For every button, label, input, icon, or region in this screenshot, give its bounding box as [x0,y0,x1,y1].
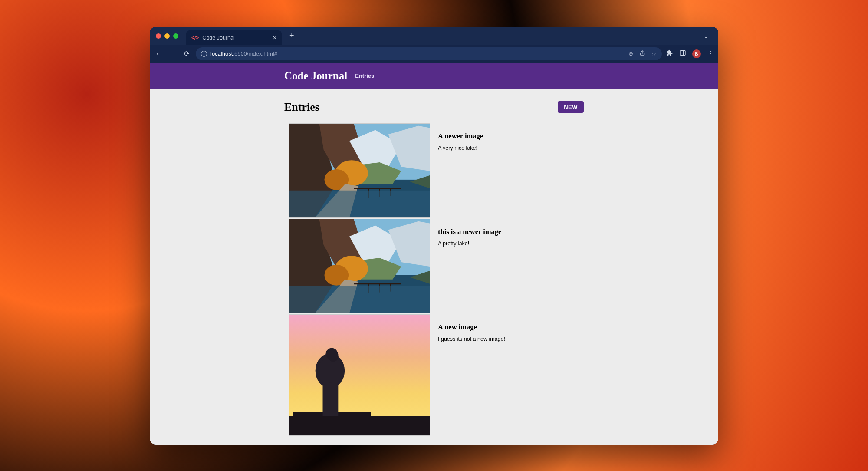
new-tab-button[interactable]: + [285,31,299,40]
entry-thumbnail [289,123,430,218]
tab-title: Code Journal [202,35,234,41]
entry-title: this is a newer image [438,227,501,236]
panel-icon[interactable] [679,49,686,58]
maximize-window-icon[interactable] [173,33,178,39]
address-bar[interactable]: i localhost:5500/index.html# ⊕ ☆ [196,47,662,60]
toolbar-right: B ⋮ [666,49,714,58]
entry-meta: A newer imageA very nice lake! [438,123,483,151]
entry-description: A very nice lake! [438,145,483,151]
close-window-icon[interactable] [156,33,161,39]
url-path: :5500/index.html# [233,50,277,57]
back-button[interactable]: ← [154,50,164,58]
window-controls [156,33,178,39]
new-entry-button[interactable]: NEW [558,101,584,113]
app-header: Code Journal Entries [150,63,718,89]
profile-avatar[interactable]: B [692,49,701,58]
browser-toolbar: ← → ⟳ i localhost:5500/index.html# ⊕ ☆ [150,45,718,63]
tab-favicon: </> [191,35,199,41]
bookmark-icon[interactable]: ☆ [651,50,657,57]
page-viewport[interactable]: Code Journal Entries Entries NEW A newer… [150,63,718,445]
entry-thumbnail [289,314,430,436]
app-brand: Code Journal [284,70,347,82]
entry-title: A newer image [438,132,483,141]
entry-description: A pretty lake! [438,240,501,247]
entry-title: A new image [438,323,505,332]
entry-row: this is a newer imageA pretty lake! [289,219,584,313]
nav-entries-link[interactable]: Entries [355,72,374,79]
page-content: Entries NEW A newer imageA very nice lak… [284,89,584,436]
browser-tab[interactable]: </> Code Journal × [186,30,282,45]
entry-meta: this is a newer imageA pretty lake! [438,219,501,247]
page-title: Entries [284,101,319,114]
tabs-dropdown-icon[interactable]: ⌄ [700,33,712,40]
entries-list: A newer imageA very nice lake!this is a … [284,123,584,436]
close-tab-icon[interactable]: × [273,34,276,41]
entry-row: A new imageI guess its not a new image! [289,314,584,436]
entry-meta: A new imageI guess its not a new image! [438,314,505,342]
extensions-icon[interactable] [666,49,673,58]
titlebar: </> Code Journal × + ⌄ [150,27,718,45]
site-info-icon[interactable]: i [201,51,207,57]
url-host: localhost [210,50,233,57]
entry-row: A newer imageA very nice lake! [289,123,584,218]
minimize-window-icon[interactable] [164,33,170,39]
entry-description: I guess its not a new image! [438,336,505,342]
forward-button[interactable]: → [168,50,178,58]
reload-button[interactable]: ⟳ [182,49,191,58]
share-icon[interactable] [639,50,645,57]
svg-rect-1 [680,50,685,55]
zoom-icon[interactable]: ⊕ [628,50,633,57]
menu-icon[interactable]: ⋮ [707,49,714,58]
entry-thumbnail [289,219,430,313]
browser-window: </> Code Journal × + ⌄ ← → ⟳ i localhost… [150,27,718,445]
